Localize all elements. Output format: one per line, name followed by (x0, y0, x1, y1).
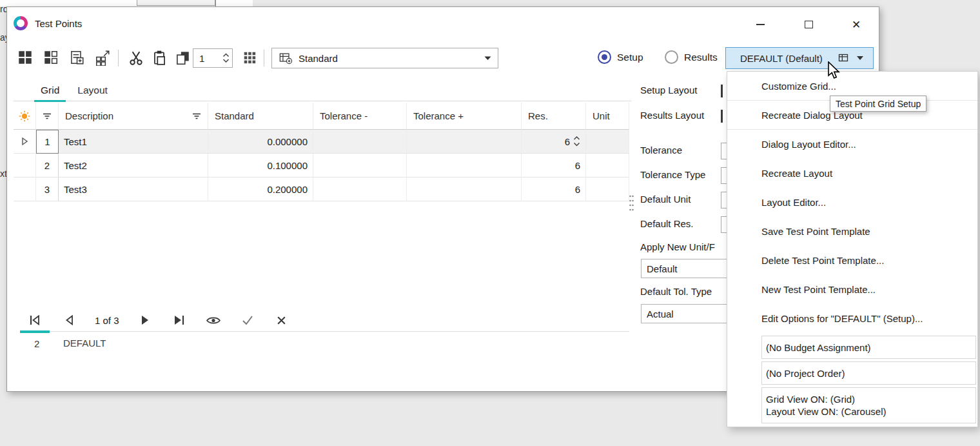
export-grid-button[interactable] (92, 47, 113, 68)
toolbar-separator (264, 50, 264, 66)
description-cell[interactable]: Test1 (59, 130, 208, 154)
tolerance-label: Tolerance (640, 145, 682, 156)
window-title: Test Points (35, 18, 82, 29)
stepper-arrows-icon[interactable] (573, 136, 580, 147)
standard-cell[interactable]: 0.000000 (208, 130, 313, 154)
default-tol-type-dropdown[interactable]: Actual (641, 304, 738, 323)
grid-header-row: Description Standard Tolerance - Toleran… (14, 103, 629, 130)
nav-prev-button[interactable] (61, 312, 77, 329)
unit-cell[interactable] (586, 130, 629, 154)
column-header-tolerance-minus[interactable]: Tolerance - (313, 103, 407, 130)
split-view-button[interactable] (41, 47, 61, 68)
template-default-button[interactable]: DEFAULT (Default) (725, 47, 874, 69)
nav-first-button[interactable] (26, 312, 43, 329)
res-value: 6 (565, 136, 570, 147)
accept-button[interactable] (239, 312, 256, 329)
tab-layout[interactable]: Layout (68, 79, 117, 101)
description-cell[interactable]: Test2 (59, 154, 208, 177)
menu-item-edit-options[interactable]: Edit Options for "DEFAULT" (Setup)... (727, 304, 977, 333)
row-expand-cell[interactable] (14, 154, 36, 177)
menu-item-delete-test-point-template[interactable]: Delete Test Point Template... (727, 246, 977, 275)
menu-item-recreate-layout[interactable]: Recreate Layout (727, 159, 977, 188)
close-icon (276, 315, 287, 326)
results-radio-icon[interactable] (665, 50, 678, 64)
menu-item-no-project-order-label: (No Project Order) (766, 368, 845, 379)
cancel-button[interactable] (273, 312, 290, 329)
tolerance-plus-cell[interactable] (407, 130, 522, 154)
grid-view-button[interactable] (15, 47, 35, 68)
menu-item-no-budget-assignment[interactable]: (No Budget Assignment) (761, 336, 976, 359)
table-row[interactable]: 1 Test1 0.000000 6 (14, 130, 629, 154)
background-text-fragment: ay (0, 32, 6, 44)
table-row[interactable]: 3 Test3 0.200000 6 (14, 177, 629, 201)
standard-cell[interactable]: 0.100000 (208, 154, 313, 177)
column-header-tolerance-plus[interactable]: Tolerance + (407, 103, 522, 130)
table-row[interactable]: 2 Test2 0.100000 6 (14, 154, 629, 177)
unit-cell[interactable] (586, 154, 629, 177)
row-count-stepper[interactable]: 1 (193, 48, 233, 68)
export-grid-icon (94, 49, 111, 66)
row-expand-cell[interactable] (14, 177, 36, 201)
menu-item-dialog-layout-editor[interactable]: Dialog Layout Editor... (727, 130, 977, 159)
row-indicator-header-cell[interactable] (36, 103, 59, 130)
view-style-dropdown[interactable]: Standard (271, 48, 498, 68)
res-cell[interactable]: 6 (522, 177, 586, 201)
maximize-button[interactable] (793, 14, 824, 35)
setup-radio[interactable]: Setup (598, 50, 643, 64)
sheet-tab-name[interactable]: DEFAULT (63, 338, 106, 349)
sort-icon[interactable] (192, 112, 201, 121)
row-number-cell[interactable]: 3 (36, 177, 59, 201)
copy-button[interactable] (172, 47, 193, 68)
close-button[interactable]: ✕ (841, 14, 872, 35)
splitter-handle[interactable] (629, 194, 634, 214)
tab-grid[interactable]: Grid (32, 79, 68, 101)
tolerance-minus-cell[interactable] (313, 177, 407, 201)
column-header-standard[interactable]: Standard (208, 103, 313, 130)
nav-last-button[interactable] (171, 312, 188, 329)
standard-cell[interactable]: 0.200000 (208, 177, 313, 201)
menu-item-view-toggles[interactable]: Grid View ON: (Grid) Layout View ON: (Ca… (761, 387, 976, 423)
preview-button[interactable] (205, 312, 222, 329)
row-number-cell[interactable]: 1 (36, 130, 59, 154)
grid-view-toggle-label[interactable]: Grid View ON: (Grid) (766, 394, 855, 405)
menu-item-save-test-point-template[interactable]: Save Test Point Template (727, 217, 977, 246)
tolerance-minus-cell[interactable] (313, 154, 407, 177)
stepper-arrows-icon[interactable] (219, 52, 232, 64)
first-record-icon (28, 313, 42, 327)
res-cell[interactable]: 6 (522, 130, 586, 154)
minimize-button[interactable] (745, 14, 776, 35)
layout-view-toggle-label[interactable]: Layout View ON: (Carousel) (766, 406, 886, 417)
template-default-label: DEFAULT (Default) (740, 53, 838, 64)
menu-item-no-project-order[interactable]: (No Project Order) (761, 361, 976, 385)
expand-arrow-icon[interactable] (20, 136, 29, 147)
row-number-cell[interactable]: 2 (36, 154, 59, 177)
grid-cells-button[interactable] (240, 47, 259, 68)
paste-button[interactable] (149, 47, 170, 68)
res-cell[interactable]: 6 (522, 154, 586, 177)
minimize-icon (756, 24, 765, 25)
description-cell[interactable]: Test3 (59, 177, 208, 201)
setup-radio-icon[interactable] (598, 50, 611, 64)
default-unit-dropdown[interactable]: Default (641, 259, 738, 278)
row-expand-cell[interactable] (14, 130, 36, 154)
tolerance-plus-cell[interactable] (407, 154, 522, 177)
grid-cells-icon (242, 50, 257, 65)
apply-new-unit-label: Apply New Unit/F (640, 241, 715, 252)
tolerance-minus-cell[interactable] (313, 130, 407, 154)
results-layout-label: Results Layout (640, 110, 704, 121)
menu-item-new-test-point-template[interactable]: New Test Point Template... (727, 275, 977, 304)
copy-grid-button[interactable] (66, 47, 87, 68)
sheet-tab-number[interactable]: 2 (34, 338, 39, 349)
column-header-description[interactable]: Description (59, 103, 208, 130)
unit-cell[interactable] (586, 177, 629, 201)
column-header-res[interactable]: Res. (522, 103, 586, 130)
grid-corner-cell[interactable] (14, 103, 36, 130)
column-header-description-label: Description (65, 110, 113, 121)
tolerance-plus-cell[interactable] (407, 177, 522, 201)
nav-next-button[interactable] (137, 312, 153, 329)
last-record-icon (172, 313, 186, 327)
menu-item-layout-editor[interactable]: Layout Editor... (727, 188, 977, 217)
column-header-unit[interactable]: Unit (586, 103, 629, 130)
results-radio[interactable]: Results (665, 50, 718, 64)
cut-button[interactable] (126, 47, 146, 68)
